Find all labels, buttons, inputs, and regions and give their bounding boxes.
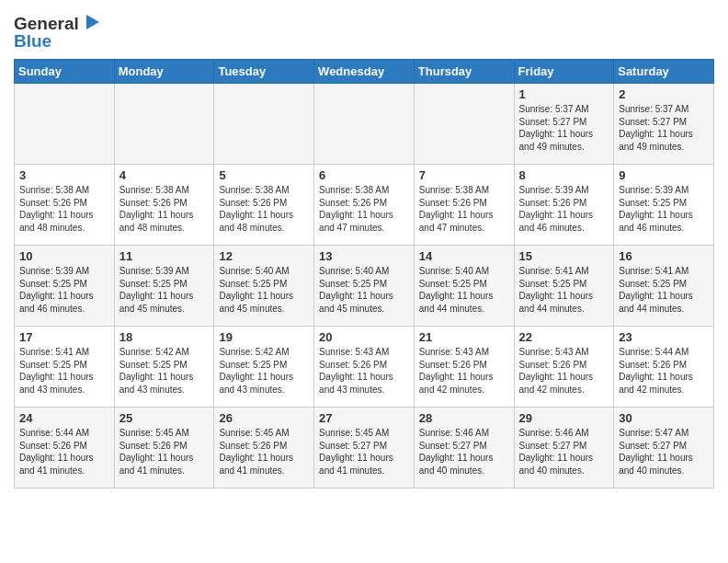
day-info: Sunrise: 5:44 AMSunset: 5:26 PMDaylight:… [19,427,109,477]
header-day-sunday: Sunday [15,60,115,84]
day-cell: 1Sunrise: 5:37 AMSunset: 5:27 PMDaylight… [514,84,614,165]
day-cell: 3Sunrise: 5:38 AMSunset: 5:26 PMDaylight… [15,165,115,246]
day-info: Sunrise: 5:39 AMSunset: 5:25 PMDaylight:… [119,265,210,315]
day-info: Sunrise: 5:46 AMSunset: 5:27 PMDaylight:… [519,427,609,477]
day-number: 14 [419,249,509,263]
week-row-3: 10Sunrise: 5:39 AMSunset: 5:25 PMDayligh… [15,246,714,327]
day-number: 21 [419,330,509,344]
day-cell: 30Sunrise: 5:47 AMSunset: 5:27 PMDayligh… [614,408,714,488]
day-info: Sunrise: 5:38 AMSunset: 5:26 PMDaylight:… [219,184,309,234]
header-day-friday: Friday [514,60,614,84]
day-cell: 10Sunrise: 5:39 AMSunset: 5:25 PMDayligh… [15,246,115,327]
week-row-1: 1Sunrise: 5:37 AMSunset: 5:27 PMDaylight… [15,84,714,165]
day-info: Sunrise: 5:41 AMSunset: 5:25 PMDaylight:… [19,346,109,396]
day-cell: 6Sunrise: 5:38 AMSunset: 5:26 PMDaylight… [314,165,415,246]
day-info: Sunrise: 5:42 AMSunset: 5:25 PMDaylight:… [219,346,309,396]
day-number: 20 [319,330,409,344]
day-info: Sunrise: 5:45 AMSunset: 5:26 PMDaylight:… [119,427,210,477]
day-info: Sunrise: 5:37 AMSunset: 5:27 PMDaylight:… [619,103,709,153]
day-number: 30 [619,411,709,425]
day-info: Sunrise: 5:40 AMSunset: 5:25 PMDaylight:… [319,265,409,315]
day-info: Sunrise: 5:44 AMSunset: 5:26 PMDaylight:… [619,346,709,396]
day-cell: 2Sunrise: 5:37 AMSunset: 5:27 PMDaylight… [614,84,714,165]
day-cell: 18Sunrise: 5:42 AMSunset: 5:25 PMDayligh… [114,327,214,408]
day-number: 1 [519,87,609,101]
day-number: 25 [119,411,210,425]
day-info: Sunrise: 5:37 AMSunset: 5:27 PMDaylight:… [519,103,609,153]
day-info: Sunrise: 5:41 AMSunset: 5:25 PMDaylight:… [519,265,609,315]
day-number: 17 [19,330,109,344]
day-number: 26 [219,411,309,425]
day-cell: 8Sunrise: 5:39 AMSunset: 5:26 PMDaylight… [514,165,614,246]
day-number: 3 [19,168,109,182]
day-info: Sunrise: 5:43 AMSunset: 5:26 PMDaylight:… [419,346,509,396]
header: General Blue [14,9,714,52]
day-info: Sunrise: 5:39 AMSunset: 5:25 PMDaylight:… [619,184,709,234]
week-row-2: 3Sunrise: 5:38 AMSunset: 5:26 PMDaylight… [15,165,714,246]
svg-marker-0 [86,15,99,29]
day-info: Sunrise: 5:38 AMSunset: 5:26 PMDaylight:… [19,184,109,234]
day-number: 5 [219,168,309,182]
header-day-thursday: Thursday [414,60,514,84]
day-number: 22 [519,330,609,344]
day-cell: 12Sunrise: 5:40 AMSunset: 5:25 PMDayligh… [214,246,314,327]
day-cell: 4Sunrise: 5:38 AMSunset: 5:26 PMDaylight… [114,165,214,246]
day-cell: 21Sunrise: 5:43 AMSunset: 5:26 PMDayligh… [414,327,514,408]
logo: General Blue [14,14,103,52]
day-number: 23 [619,330,709,344]
day-cell: 15Sunrise: 5:41 AMSunset: 5:25 PMDayligh… [514,246,614,327]
day-info: Sunrise: 5:47 AMSunset: 5:27 PMDaylight:… [619,427,709,477]
day-cell: 24Sunrise: 5:44 AMSunset: 5:26 PMDayligh… [15,408,115,488]
day-number: 15 [519,249,609,263]
header-day-monday: Monday [114,60,214,84]
day-info: Sunrise: 5:39 AMSunset: 5:26 PMDaylight:… [519,184,609,234]
day-number: 18 [119,330,210,344]
day-number: 29 [519,411,609,425]
header-row: SundayMondayTuesdayWednesdayThursdayFrid… [15,60,714,84]
week-row-5: 24Sunrise: 5:44 AMSunset: 5:26 PMDayligh… [15,408,714,488]
day-info: Sunrise: 5:42 AMSunset: 5:25 PMDaylight:… [119,346,210,396]
day-cell: 22Sunrise: 5:43 AMSunset: 5:26 PMDayligh… [514,327,614,408]
day-cell: 5Sunrise: 5:38 AMSunset: 5:26 PMDaylight… [214,165,314,246]
day-info: Sunrise: 5:46 AMSunset: 5:27 PMDaylight:… [419,427,509,477]
calendar-table: SundayMondayTuesdayWednesdayThursdayFrid… [14,59,714,488]
day-cell: 23Sunrise: 5:44 AMSunset: 5:26 PMDayligh… [614,327,714,408]
day-cell [314,84,415,165]
week-row-4: 17Sunrise: 5:41 AMSunset: 5:25 PMDayligh… [15,327,714,408]
header-day-wednesday: Wednesday [314,60,415,84]
day-cell [114,84,214,165]
day-cell [414,84,514,165]
day-cell: 13Sunrise: 5:40 AMSunset: 5:25 PMDayligh… [314,246,415,327]
day-number: 12 [219,249,309,263]
day-info: Sunrise: 5:45 AMSunset: 5:26 PMDaylight:… [219,427,309,477]
day-info: Sunrise: 5:38 AMSunset: 5:26 PMDaylight:… [419,184,509,234]
day-cell: 19Sunrise: 5:42 AMSunset: 5:25 PMDayligh… [214,327,314,408]
day-cell: 25Sunrise: 5:45 AMSunset: 5:26 PMDayligh… [114,408,214,488]
day-info: Sunrise: 5:38 AMSunset: 5:26 PMDaylight:… [319,184,409,234]
day-cell [214,84,314,165]
day-info: Sunrise: 5:39 AMSunset: 5:25 PMDaylight:… [19,265,109,315]
day-number: 8 [519,168,609,182]
logo-blue: Blue [14,31,51,52]
day-info: Sunrise: 5:40 AMSunset: 5:25 PMDaylight:… [219,265,309,315]
day-number: 11 [119,249,210,263]
logo-icon [83,13,103,33]
day-cell: 28Sunrise: 5:46 AMSunset: 5:27 PMDayligh… [414,408,514,488]
day-number: 24 [19,411,109,425]
day-info: Sunrise: 5:43 AMSunset: 5:26 PMDaylight:… [319,346,409,396]
day-number: 6 [319,168,409,182]
day-number: 9 [619,168,709,182]
day-number: 19 [219,330,309,344]
day-cell: 27Sunrise: 5:45 AMSunset: 5:27 PMDayligh… [314,408,415,488]
day-cell: 7Sunrise: 5:38 AMSunset: 5:26 PMDaylight… [414,165,514,246]
day-cell [15,84,115,165]
day-info: Sunrise: 5:38 AMSunset: 5:26 PMDaylight:… [119,184,210,234]
day-cell: 9Sunrise: 5:39 AMSunset: 5:25 PMDaylight… [614,165,714,246]
day-cell: 16Sunrise: 5:41 AMSunset: 5:25 PMDayligh… [614,246,714,327]
day-number: 2 [619,87,709,101]
day-cell: 29Sunrise: 5:46 AMSunset: 5:27 PMDayligh… [514,408,614,488]
day-info: Sunrise: 5:40 AMSunset: 5:25 PMDaylight:… [419,265,509,315]
day-cell: 14Sunrise: 5:40 AMSunset: 5:25 PMDayligh… [414,246,514,327]
day-info: Sunrise: 5:43 AMSunset: 5:26 PMDaylight:… [519,346,609,396]
day-cell: 11Sunrise: 5:39 AMSunset: 5:25 PMDayligh… [114,246,214,327]
